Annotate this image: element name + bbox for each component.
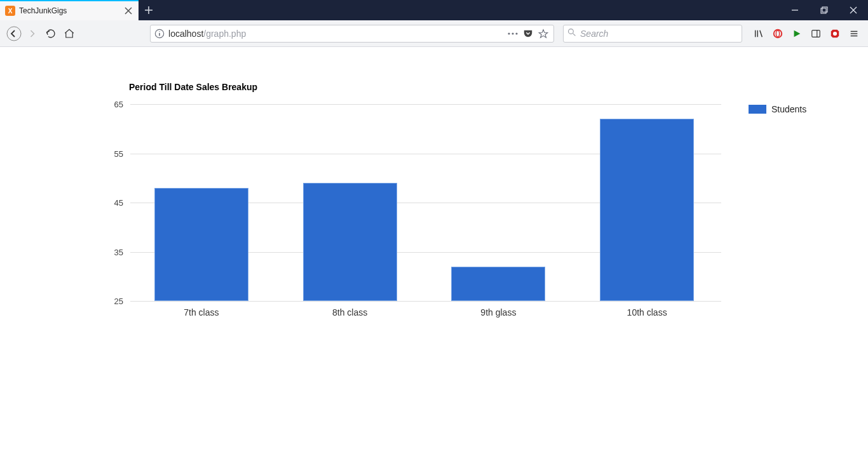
window-close-button[interactable] [839,0,868,20]
favicon-xampp: X [5,6,15,16]
url-path: /graph.php [203,29,246,39]
chart-plot-area: 25354555657th class8th class9th glass10t… [127,104,721,301]
svg-rect-24 [812,30,820,37]
svg-point-16 [569,29,574,34]
legend-swatch [749,105,766,114]
url-text: localhost/graph.php [166,29,505,39]
y-axis-tick: 25 [108,297,123,306]
chart-title: Period Till Date Sales Breakup [129,82,257,92]
browser-toolbar: localhost/graph.php [0,20,868,47]
app-menu-button[interactable] [845,25,863,43]
search-input[interactable] [579,28,738,39]
address-bar[interactable]: localhost/graph.php [150,25,554,43]
chart-bar[interactable] [154,188,248,301]
x-axis-label: 9th glass [480,307,516,317]
x-axis-label: 10th class [627,307,667,317]
search-bar[interactable] [563,25,742,43]
y-axis-tick: 55 [108,149,123,158]
svg-point-15 [515,32,517,34]
chart-bar[interactable] [303,183,397,301]
window-minimize-button[interactable] [780,0,810,20]
chart-bar[interactable] [600,119,694,301]
window-maximize-button[interactable] [810,0,839,20]
svg-line-17 [573,34,576,36]
window-controls [780,0,868,20]
window-titlebar: X TechJunkGigs [0,0,868,20]
svg-point-9 [7,27,21,41]
home-button[interactable] [61,25,78,43]
page-actions-icon[interactable] [505,31,520,36]
site-info-icon[interactable] [153,29,166,39]
y-axis-tick: 45 [108,198,123,208]
svg-rect-6 [821,8,826,13]
svg-point-27 [833,31,837,35]
browser-tab-active[interactable]: X TechJunkGigs [0,0,139,20]
svg-point-22 [776,30,779,37]
svg-rect-5 [822,7,827,12]
play-extension-icon[interactable] [788,25,806,43]
chart-legend: Students [749,104,806,114]
svg-point-13 [508,32,510,34]
svg-marker-23 [794,30,801,37]
library-icon[interactable] [750,25,768,43]
y-axis-tick: 35 [108,247,123,257]
svg-point-14 [512,32,513,34]
forward-button[interactable] [24,25,41,43]
bookmark-star-icon[interactable] [536,29,551,39]
chart-bar[interactable] [451,267,545,301]
new-tab-button[interactable] [139,0,159,20]
tab-title: TechJunkGigs [19,6,123,15]
adblock-extension-icon[interactable] [826,25,844,43]
x-axis-label: 7th class [184,307,219,317]
chart-gridline [130,104,721,105]
sidebar-extension-icon[interactable] [807,25,825,43]
y-axis-tick: 65 [108,100,123,109]
pocket-icon[interactable] [520,29,536,39]
back-button[interactable] [5,25,22,43]
x-axis-label: 8th class [332,307,367,317]
chart-gridline [130,301,721,302]
titlebar-drag-region [159,0,780,20]
tab-close-button[interactable] [123,6,133,16]
legend-label: Students [771,104,806,114]
url-host: localhost [168,29,203,39]
opera-extension-icon[interactable] [769,25,787,43]
extension-icons [750,25,863,43]
search-magnify-icon [567,28,579,39]
reload-button[interactable] [42,25,59,43]
page-content: Period Till Date Sales Breakup 253545556… [0,47,868,454]
svg-line-20 [760,30,763,37]
